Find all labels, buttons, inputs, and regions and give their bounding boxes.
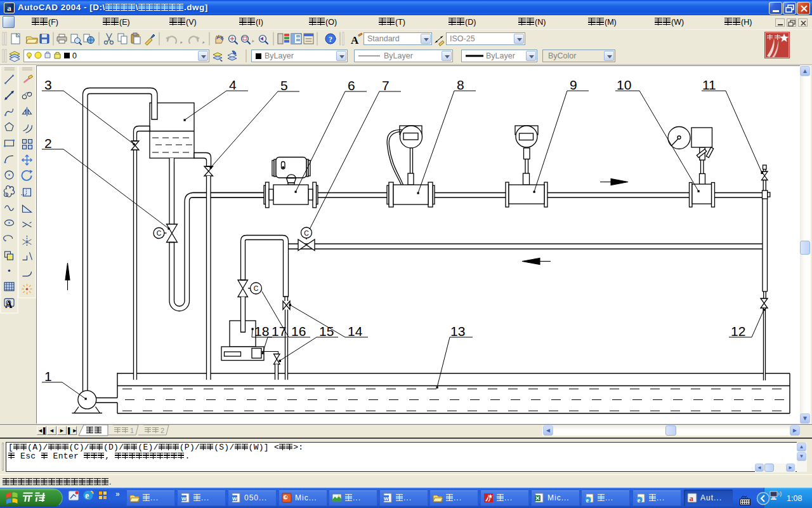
- svg-text:C: C: [254, 284, 259, 292]
- svg-text:2: 2: [160, 427, 164, 434]
- svg-text:6: 6: [348, 78, 355, 93]
- svg-text:W: W: [232, 496, 237, 502]
- svg-text:5: 5: [280, 78, 288, 93]
- svg-text:12: 12: [731, 324, 745, 338]
- svg-text:3: 3: [44, 77, 52, 92]
- svg-text:C: C: [304, 229, 309, 237]
- svg-text:e: e: [638, 497, 640, 504]
- svg-text:14: 14: [348, 324, 363, 338]
- svg-text:A: A: [351, 34, 359, 46]
- svg-text:17: 17: [272, 324, 286, 338]
- svg-text:1: 1: [44, 369, 52, 384]
- svg-text:e: e: [586, 497, 589, 504]
- svg-text:9: 9: [570, 77, 577, 92]
- svg-text:C: C: [157, 229, 162, 237]
- svg-text:1:08: 1:08: [787, 494, 802, 503]
- svg-text:8: 8: [457, 77, 464, 92]
- svg-text:»: »: [115, 490, 120, 498]
- svg-text:13: 13: [450, 324, 465, 338]
- svg-text:W: W: [181, 496, 187, 502]
- svg-text:18: 18: [254, 324, 269, 338]
- svg-text:7: 7: [382, 78, 390, 93]
- svg-text:10: 10: [617, 77, 631, 92]
- svg-text:11: 11: [702, 77, 716, 92]
- svg-text:4: 4: [229, 77, 237, 92]
- svg-text:W: W: [384, 496, 389, 502]
- svg-text:15: 15: [319, 324, 334, 338]
- svg-text:A: A: [5, 299, 13, 310]
- svg-text:?: ?: [329, 35, 332, 44]
- svg-text:e: e: [85, 491, 89, 500]
- svg-text:1: 1: [130, 427, 134, 434]
- svg-text:16: 16: [291, 324, 306, 338]
- svg-text:2: 2: [44, 136, 52, 150]
- svg-text:a: a: [690, 493, 694, 503]
